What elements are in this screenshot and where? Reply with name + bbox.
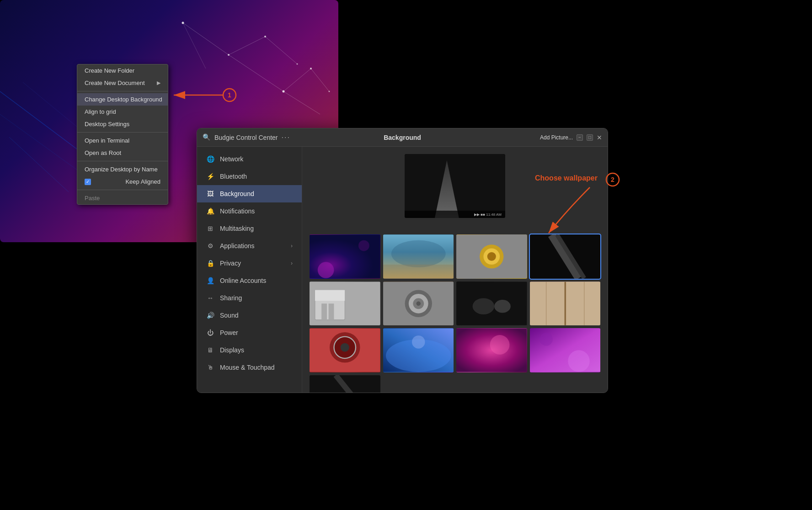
sidebar-item-online-accounts[interactable]: 👤 Online Accounts bbox=[197, 272, 302, 289]
sidebar-item-mouse-touchpad[interactable]: 🖱 Mouse & Touchpad bbox=[197, 359, 302, 376]
wallpaper-thumb-8[interactable] bbox=[530, 282, 601, 326]
main-content: 🌐 Network ⚡ Bluetooth 🖼 Background 🔔 Not… bbox=[197, 147, 608, 393]
minimize-button[interactable]: − bbox=[577, 134, 583, 141]
svg-point-43 bbox=[473, 298, 495, 314]
svg-point-12 bbox=[297, 64, 298, 65]
svg-point-21 bbox=[358, 240, 369, 251]
svg-point-52 bbox=[341, 343, 349, 352]
bluetooth-icon: ⚡ bbox=[206, 172, 214, 181]
wallpaper-thumb-5[interactable] bbox=[310, 282, 380, 326]
wallpaper-thumb-10[interactable] bbox=[383, 328, 454, 372]
sidebar-label-applications: Applications bbox=[220, 242, 255, 250]
svg-point-11 bbox=[283, 90, 285, 93]
sidebar-item-notifications[interactable]: 🔔 Notifications bbox=[197, 202, 302, 220]
applications-arrow-icon: › bbox=[291, 243, 293, 249]
svg-line-4 bbox=[283, 69, 311, 91]
online-accounts-icon: 👤 bbox=[206, 276, 214, 285]
applications-icon: ⚙ bbox=[206, 242, 214, 250]
wallpaper-thumb-1[interactable] bbox=[310, 234, 380, 279]
wallpaper-thumb-13[interactable] bbox=[310, 375, 380, 393]
context-menu-item-desktop-settings[interactable]: Desktop Settings bbox=[77, 118, 168, 130]
wallpaper-thumb-3[interactable] bbox=[456, 234, 527, 279]
sidebar-item-sound[interactable]: 🔊 Sound bbox=[197, 307, 302, 324]
privacy-icon: 🔒 bbox=[206, 259, 214, 267]
app-title: Budgie Control Center bbox=[214, 134, 278, 141]
sidebar-item-displays[interactable]: 🖥 Displays bbox=[197, 341, 302, 359]
context-menu-item-open-root[interactable]: Open as Root bbox=[77, 147, 168, 159]
sidebar-label-power: Power bbox=[220, 329, 238, 336]
wallpaper-thumb-12[interactable] bbox=[530, 328, 601, 372]
svg-rect-34 bbox=[315, 290, 345, 301]
sidebar-label-notifications: Notifications bbox=[220, 207, 255, 215]
svg-point-28 bbox=[487, 252, 496, 261]
multitasking-icon: ⊞ bbox=[206, 224, 214, 233]
wallpaper-thumb-2[interactable] bbox=[383, 234, 454, 279]
sidebar-label-mouse-touchpad: Mouse & Touchpad bbox=[220, 364, 275, 371]
svg-rect-24 bbox=[383, 265, 454, 278]
sidebar-item-network[interactable]: 🌐 Network bbox=[197, 150, 302, 168]
svg-point-57 bbox=[490, 335, 510, 355]
context-separator-3 bbox=[77, 161, 168, 161]
sidebar-label-online-accounts: Online Accounts bbox=[220, 277, 266, 284]
context-menu-item-change-background[interactable]: Change Desktop Background bbox=[77, 93, 168, 106]
svg-point-14 bbox=[329, 91, 330, 92]
sidebar: 🌐 Network ⚡ Bluetooth 🖼 Background 🔔 Not… bbox=[197, 147, 302, 393]
svg-point-44 bbox=[494, 300, 511, 313]
wallpaper-thumb-9[interactable] bbox=[310, 328, 380, 372]
sound-icon: 🔊 bbox=[206, 311, 214, 319]
submenu-arrow-icon: ▶ bbox=[157, 80, 160, 86]
power-icon: ⏻ bbox=[206, 329, 214, 337]
add-picture-button[interactable]: Add Picture... bbox=[540, 134, 573, 141]
current-wallpaper-image bbox=[405, 154, 505, 218]
maximize-button[interactable]: □ bbox=[587, 134, 593, 141]
svg-point-10 bbox=[264, 36, 266, 37]
wallpaper-thumb-7[interactable] bbox=[456, 282, 527, 326]
svg-point-41 bbox=[416, 301, 421, 306]
sidebar-item-sharing[interactable]: ↔ Sharing bbox=[197, 289, 302, 307]
svg-point-13 bbox=[310, 68, 312, 69]
search-icon[interactable]: 🔍 bbox=[203, 133, 211, 142]
context-menu-item-keep-aligned[interactable]: ✓ Keep Aligned bbox=[77, 175, 168, 188]
context-menu-item-create-folder[interactable]: Create New Folder bbox=[77, 64, 168, 77]
wallpaper-thumb-11[interactable] bbox=[456, 328, 527, 372]
context-menu-item-open-terminal[interactable]: Open in Terminal bbox=[77, 134, 168, 147]
svg-line-5 bbox=[311, 69, 329, 91]
displays-icon: 🖥 bbox=[206, 346, 214, 354]
sidebar-label-bluetooth: Bluetooth bbox=[220, 173, 247, 180]
menu-dots-icon[interactable]: ··· bbox=[282, 133, 290, 142]
privacy-arrow-icon: › bbox=[291, 260, 293, 266]
svg-line-2 bbox=[229, 55, 283, 91]
sidebar-label-sound: Sound bbox=[220, 312, 238, 319]
page-title: Background bbox=[384, 134, 421, 141]
svg-point-60 bbox=[540, 333, 553, 346]
context-menu-item-align-grid[interactable]: Align to grid bbox=[77, 106, 168, 118]
content-area: ▶▶ ■■ 11:48 AM bbox=[302, 147, 608, 393]
svg-line-7 bbox=[183, 23, 206, 69]
context-menu-item-organize-desktop[interactable]: Organize Desktop by Name bbox=[77, 163, 168, 175]
close-button[interactable]: ✕ bbox=[597, 134, 602, 141]
sidebar-item-background[interactable]: 🖼 Background bbox=[197, 185, 302, 202]
context-menu-item-create-document[interactable]: Create New Document ▶ bbox=[77, 77, 168, 89]
context-separator-2 bbox=[77, 132, 168, 133]
svg-line-6 bbox=[283, 91, 320, 114]
sidebar-label-multitasking: Multitasking bbox=[220, 225, 254, 232]
sidebar-item-privacy[interactable]: 🔒 Privacy › bbox=[197, 255, 302, 272]
network-icon: 🌐 bbox=[206, 155, 214, 163]
sidebar-item-applications[interactable]: ⚙ Applications › bbox=[197, 237, 302, 255]
svg-rect-35 bbox=[321, 303, 327, 320]
wallpaper-thumb-4[interactable] bbox=[530, 234, 601, 279]
wallpaper-thumb-6[interactable] bbox=[383, 282, 454, 326]
background-icon: 🖼 bbox=[206, 190, 214, 198]
sidebar-item-power[interactable]: ⏻ Power bbox=[197, 324, 302, 341]
mouse-icon: 🖱 bbox=[206, 363, 214, 372]
svg-line-17 bbox=[9, 137, 69, 192]
sidebar-item-bluetooth[interactable]: ⚡ Bluetooth bbox=[197, 168, 302, 185]
keep-aligned-checkbox[interactable]: ✓ bbox=[85, 179, 91, 185]
sidebar-label-network: Network bbox=[220, 155, 243, 163]
context-menu-item-paste: Paste bbox=[77, 192, 168, 204]
svg-rect-58 bbox=[530, 329, 601, 372]
notifications-icon: 🔔 bbox=[206, 207, 214, 215]
sidebar-item-multitasking[interactable]: ⊞ Multitasking bbox=[197, 220, 302, 237]
svg-text:2: 2 bbox=[611, 176, 614, 183]
svg-point-23 bbox=[391, 240, 445, 267]
